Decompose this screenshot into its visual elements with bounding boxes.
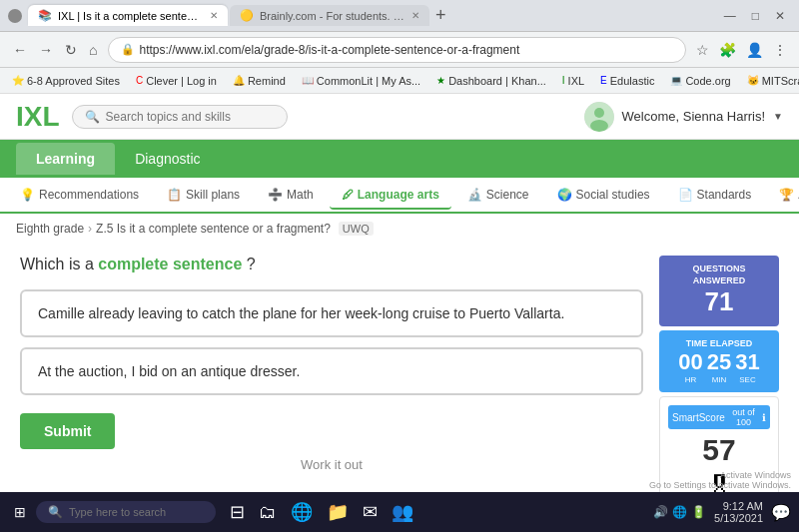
sub-tab-math[interactable]: ➗ Math (256, 182, 326, 208)
tab-brainly[interactable]: 🟡 Brainly.com - For students. By st... ✕ (230, 5, 429, 26)
sub-tab-recommendations[interactable]: 💡 Recommendations (8, 182, 151, 208)
tab-favicon-brainly: 🟡 (240, 9, 254, 22)
extensions-button[interactable]: 🧩 (715, 40, 740, 60)
bookmark-approved-sites[interactable]: ⭐ 6-8 Approved Sites (8, 73, 124, 89)
breadcrumb-grade[interactable]: Eighth grade (16, 222, 84, 236)
taskbar-app-teams[interactable]: 👥 (386, 497, 419, 527)
bookmark-label-ixl: IXL (568, 75, 585, 87)
taskbar-app-multitasking[interactable]: ⊟ (224, 497, 251, 527)
skill-plans-icon: 📋 (167, 188, 182, 202)
sub-tab-standards[interactable]: 📄 Standards (666, 182, 764, 208)
bookmark-remind[interactable]: 🔔 Remind (229, 73, 290, 89)
bookmark-clever[interactable]: C Clever | Log in (132, 73, 221, 89)
nav-controls: ← → ↻ ⌂ (8, 40, 102, 60)
taskbar-volume-icon[interactable]: 🔊 (653, 505, 668, 519)
time-seconds-value: 31 (735, 349, 759, 374)
main-nav: Learning Diagnostic (0, 140, 799, 178)
taskbar-search-bar[interactable]: 🔍 (36, 501, 216, 523)
answer-option-1[interactable]: Camille already leaving to catch the pla… (20, 289, 643, 337)
sub-tab-social-studies[interactable]: 🌍 Social studies (545, 182, 662, 208)
ixl-logo[interactable]: IXL (16, 101, 60, 133)
lock-icon: 🔒 (121, 43, 135, 56)
bookmark-label-edulastic: Edulastic (610, 75, 655, 87)
time-minutes-value: 25 (707, 349, 731, 374)
taskbar-app-files[interactable]: 🗂 (253, 497, 283, 527)
question-text: Which is a complete sentence ? (20, 256, 643, 273)
sub-tab-label-standards: Standards (697, 188, 752, 202)
sub-tab-awards[interactable]: 🏆 Awards (767, 182, 799, 208)
time-minutes-display: 25 MIN (707, 349, 731, 384)
tab-close-ixl[interactable]: ✕ (210, 10, 218, 21)
nav-tab-diagnostic[interactable]: Diagnostic (115, 143, 220, 175)
header-right: Welcome, Sienna Harris! ▼ (584, 102, 783, 132)
info-icon[interactable]: ℹ (762, 412, 766, 423)
bookmark-khan[interactable]: ★ Dashboard | Khan... (432, 73, 550, 89)
science-icon: 🔬 (467, 188, 482, 202)
maximize-button[interactable]: □ (746, 7, 765, 25)
breadcrumb-skill: Z.5 Is it a complete sentence or a fragm… (96, 222, 331, 236)
bookmark-mitscratch[interactable]: 🐱 MITScratch (743, 73, 799, 89)
social-studies-icon: 🌍 (557, 188, 572, 202)
taskbar-app-browser[interactable]: 🌐 (285, 497, 319, 527)
start-button[interactable]: ⊞ (8, 500, 32, 524)
work-it-out-link[interactable]: Work it out (20, 457, 643, 472)
answer-option-1-text: Camille already leaving to catch the pla… (38, 305, 564, 321)
bookmark-star-button[interactable]: ☆ (692, 40, 713, 60)
smart-score-sublabel: out of 100 (727, 407, 760, 427)
os-window-controls: — □ ✕ (718, 7, 791, 25)
question-suffix: ? (247, 256, 256, 272)
activate-windows-line2: Go to Settings to activate Windows. (649, 480, 791, 490)
search-bar[interactable]: 🔍 (72, 105, 288, 129)
tab-bar: 📚 IXL | Is it a complete sentence o... ✕… (28, 5, 712, 26)
close-button[interactable]: ✕ (769, 7, 791, 25)
bookmark-commonlit[interactable]: 📖 CommonLit | My As... (298, 73, 424, 89)
time-elapsed-label: Time elapsed (667, 338, 771, 350)
taskbar-network-icon[interactable]: 🌐 (672, 505, 687, 519)
home-button[interactable]: ⌂ (84, 40, 102, 60)
taskbar-clock[interactable]: 9:12 AM 5/13/2021 (714, 500, 763, 524)
tab-favicon: 📚 (38, 9, 52, 22)
sub-tab-skill-plans[interactable]: 📋 Skill plans (155, 182, 252, 208)
nav-tab-learning[interactable]: Learning (16, 143, 115, 175)
tab-ixl[interactable]: 📚 IXL | Is it a complete sentence o... ✕ (28, 5, 228, 26)
question-highlight: complete sentence (98, 256, 242, 272)
refresh-button[interactable]: ↻ (60, 40, 82, 60)
bookmark-icon-clever: C (136, 75, 143, 86)
ixl-header: IXL 🔍 Welcome, Sienna Harris! ▼ (0, 94, 799, 140)
bookmark-codeorg[interactable]: 💻 Code.org (666, 73, 734, 89)
sub-tab-science[interactable]: 🔬 Science (455, 182, 541, 208)
taskbar-search-input[interactable] (69, 506, 189, 518)
address-bar: ← → ↻ ⌂ 🔒 https://www.ixl.com/ela/grade-… (0, 32, 799, 68)
sub-tab-language-arts[interactable]: 🖊 Language arts (330, 182, 451, 210)
questions-answered-value: 71 (667, 286, 771, 317)
standards-icon: 📄 (678, 188, 693, 202)
profile-button[interactable]: 👤 (742, 40, 767, 60)
submit-button[interactable]: Submit (20, 413, 115, 449)
answer-option-2[interactable]: At the auction, I bid on an antique dres… (20, 347, 643, 395)
url-bar[interactable]: 🔒 https://www.ixl.com/ela/grade-8/is-it-… (108, 37, 686, 63)
bookmarks-bar: ⭐ 6-8 Approved Sites C Clever | Log in 🔔… (0, 68, 799, 94)
forward-button[interactable]: → (34, 40, 58, 60)
bookmark-edulastic[interactable]: E Edulastic (596, 73, 658, 89)
new-tab-button[interactable]: + (431, 5, 450, 26)
time-seconds-display: 31 SEC (735, 349, 759, 384)
taskbar-app-explorer[interactable]: 📁 (321, 497, 355, 527)
taskbar-battery-icon[interactable]: 🔋 (691, 505, 706, 519)
taskbar-date-value: 5/13/2021 (714, 512, 763, 524)
back-button[interactable]: ← (8, 40, 32, 60)
math-icon: ➗ (268, 188, 283, 202)
user-dropdown-icon[interactable]: ▼ (773, 111, 783, 122)
minimize-button[interactable]: — (718, 7, 742, 25)
more-options-button[interactable]: ⋮ (769, 40, 791, 60)
bookmark-label: 6-8 Approved Sites (27, 75, 120, 87)
time-elapsed-box: Time elapsed 00 HR 25 MIN 31 SEC (659, 330, 779, 393)
bookmark-icon-codeorg: 💻 (670, 75, 682, 86)
tab-close-brainly[interactable]: ✕ (411, 10, 419, 21)
taskbar-apps: ⊟ 🗂 🌐 📁 ✉ 👥 (224, 497, 419, 527)
sub-tab-label-skill-plans: Skill plans (186, 188, 240, 202)
bookmark-ixl[interactable]: I IXL (558, 73, 588, 89)
taskbar-app-mail[interactable]: ✉ (357, 497, 384, 527)
time-display: 00 HR 25 MIN 31 SEC (667, 349, 771, 384)
search-input[interactable] (106, 110, 275, 124)
notification-button[interactable]: 💬 (771, 503, 791, 522)
